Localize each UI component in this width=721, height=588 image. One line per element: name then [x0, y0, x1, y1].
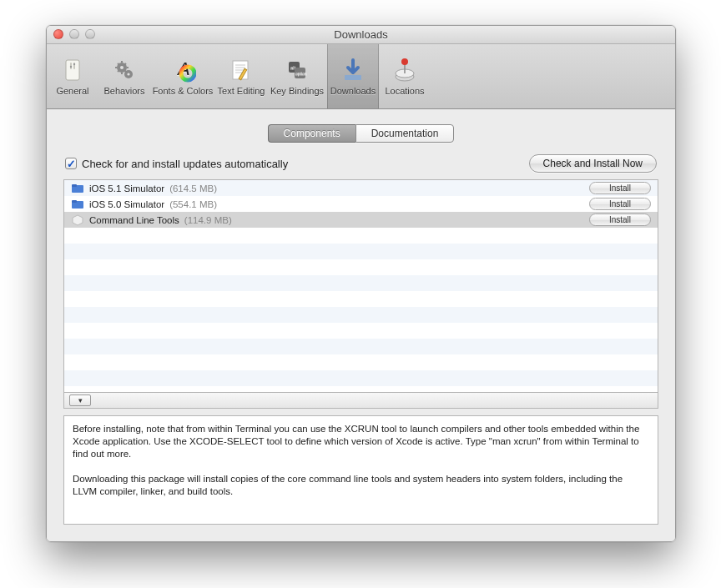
package-icon [71, 214, 84, 227]
zoom-button[interactable] [85, 29, 95, 39]
list-item-empty [64, 370, 658, 386]
svg-line-13 [118, 63, 119, 65]
list-item-empty [64, 228, 658, 244]
chevron-down-icon: ▾ [78, 396, 83, 405]
list-item-empty [64, 275, 658, 291]
components-list: iOS 5.1 Simulator (614.5 MB) Install iOS… [63, 179, 658, 393]
toolbar-downloads[interactable]: Downloads [327, 44, 379, 108]
svg-rect-29 [345, 75, 361, 80]
list-footer: ▾ [63, 393, 658, 409]
window-title: Downloads [334, 28, 387, 41]
action-menu-button[interactable]: ▾ [69, 395, 91, 406]
list-item-empty [64, 259, 658, 275]
folder-icon [71, 198, 84, 211]
description-p2: Downloading this package will install co… [73, 473, 649, 498]
checkmark-icon: ✓ [65, 158, 77, 169]
auto-update-label: Check for and install updates automatica… [82, 158, 288, 170]
toolbar-label: Behaviors [104, 86, 145, 96]
svg-rect-35 [72, 184, 77, 187]
toolbar-fonts-colors[interactable]: A Fonts & Colors [150, 44, 215, 108]
component-size: (114.9 MB) [184, 215, 232, 225]
auto-update-checkbox[interactable]: ✓ Check for and install updates automati… [65, 158, 288, 170]
fonts-colors-icon: A [169, 57, 196, 83]
svg-point-4 [73, 63, 75, 65]
toolbar-label: Fonts & Colors [153, 86, 214, 96]
check-install-now-button[interactable]: Check and Install Now [529, 154, 657, 173]
toolbar-general[interactable]: General [47, 44, 98, 108]
list-item-empty [64, 307, 658, 323]
toolbar-locations[interactable]: Locations [379, 44, 431, 108]
svg-marker-38 [73, 215, 83, 225]
component-name: iOS 5.0 Simulator [89, 199, 164, 209]
toolbar-behaviors[interactable]: Behaviors [98, 44, 150, 108]
svg-line-15 [118, 71, 119, 73]
folder-icon [71, 182, 84, 195]
downloads-icon [340, 57, 366, 83]
tab-components[interactable]: Components [268, 124, 355, 143]
key-bindings-icon: altoption [284, 57, 310, 83]
svg-point-33 [401, 58, 408, 65]
toolbar-label: General [56, 86, 88, 96]
minimize-button[interactable] [69, 29, 79, 39]
gears-icon [111, 57, 138, 83]
toolbar-text-editing[interactable]: Text Editing [215, 44, 267, 108]
description-p1: Before installing, note that from within… [73, 423, 649, 460]
svg-rect-0 [66, 60, 79, 80]
traffic-lights [53, 29, 95, 39]
list-item-empty [64, 291, 658, 307]
svg-point-3 [70, 66, 72, 68]
svg-point-6 [120, 66, 124, 69]
toolbar: General Behaviors A Fonts & Colors Text … [47, 44, 675, 109]
svg-rect-37 [72, 200, 77, 203]
description-panel: Before installing, note that from within… [63, 415, 658, 525]
install-button[interactable]: Install [589, 214, 651, 226]
update-row: ✓ Check for and install updates automati… [63, 154, 658, 173]
titlebar: Downloads [47, 26, 675, 44]
list-item-empty [64, 323, 658, 339]
component-name: iOS 5.1 Simulator [89, 183, 164, 193]
locations-icon [391, 57, 418, 83]
toolbar-label: Downloads [330, 86, 376, 96]
preferences-window: Downloads General Behaviors A Fonts & Co… [46, 25, 676, 542]
list-item-empty [64, 244, 658, 259]
component-size: (614.5 MB) [169, 183, 217, 193]
install-button[interactable]: Install [589, 198, 651, 210]
list-item[interactable]: Command Line Tools (114.9 MB) Install [64, 212, 658, 228]
svg-text:option: option [295, 71, 307, 76]
svg-line-16 [125, 63, 127, 65]
toolbar-label: Text Editing [218, 86, 265, 96]
text-editing-icon [228, 57, 255, 83]
list-item[interactable]: iOS 5.1 Simulator (614.5 MB) Install [64, 180, 658, 196]
toolbar-label: Key Bindings [270, 86, 324, 96]
svg-line-14 [125, 71, 127, 73]
list-item[interactable]: iOS 5.0 Simulator (554.1 MB) Install [64, 196, 658, 212]
switch-icon [59, 57, 86, 83]
toolbar-label: Locations [385, 86, 424, 96]
component-size: (554.1 MB) [169, 199, 217, 209]
toolbar-key-bindings[interactable]: altoption Key Bindings [267, 44, 327, 108]
list-item-empty [64, 339, 658, 354]
component-name: Command Line Tools [89, 215, 179, 225]
svg-point-8 [127, 73, 129, 75]
close-button[interactable] [53, 29, 63, 39]
list-item-empty [64, 386, 658, 393]
list-item-empty [64, 354, 658, 370]
tab-documentation[interactable]: Documentation [355, 124, 455, 143]
segmented-control: Components Documentation [63, 124, 658, 143]
install-button[interactable]: Install [589, 182, 651, 194]
content: Components Documentation ✓ Check for and… [47, 109, 675, 541]
